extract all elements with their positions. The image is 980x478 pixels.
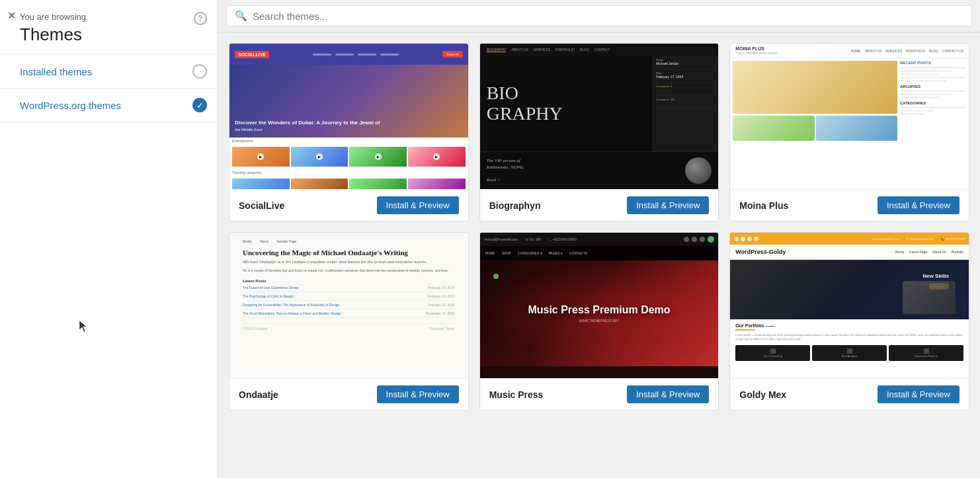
ondaatje-footer: © 2024 Ondaatje Facebook Twitter — [243, 323, 455, 331]
sidebar-item-wordpress-org[interactable]: WordPress.org themes ✓ — [0, 89, 218, 122]
moina-sidebar: RECENT POSTS ARCHIVES CATEGORIES — [900, 61, 966, 141]
bio-main: BIOGRAPHY Name Michael Jordan Born Febru… — [480, 56, 719, 151]
search-bar-container: 🔍 — [218, 0, 980, 32]
goldy-header: WordPress-Goldy Home Canvil Page About U… — [730, 245, 969, 260]
bio-big-text: BIOGRAPHY — [487, 83, 646, 124]
theme-name-moina: Moina Plus — [739, 200, 788, 211]
theme-footer-biographyn: Biographyn Install & Preview — [480, 189, 719, 221]
cursor-indicator — [79, 321, 87, 333]
sidebar: ✕ You are browsing Themes ? Installed th… — [0, 0, 218, 478]
live-indicator — [493, 274, 499, 279]
theme-card-moina: MOINA PLUS This is wordpress.org theme H… — [729, 43, 969, 221]
search-bar: 🔍 — [226, 5, 972, 26]
theme-name-sociallive: SocialLive — [239, 200, 284, 211]
ondaatje-topnav: Books Home Sample Page — [243, 239, 455, 243]
post-row-4: The Art of Minimalism: How to Achieve a … — [243, 311, 455, 318]
bio-nav: BIOGRAPHY ABOUT US SERVICES PORTFOLIO BL… — [480, 44, 719, 56]
moina-header: MOINA PLUS This is wordpress.org theme H… — [730, 44, 969, 58]
wordpress-org-checkbox[interactable]: ✓ — [192, 98, 207, 112]
post-row-2: The Psychology of Color in Design Februa… — [243, 294, 455, 301]
goldy-content: Our Portfolio —— Lorem ipsum is simply d… — [730, 319, 969, 365]
sidebar-item-installed[interactable]: Installed themes — [0, 55, 218, 89]
section-label: Entertainment — [229, 138, 468, 144]
theme-name-ondaatje: Ondaatje — [239, 389, 278, 400]
ondaatje-title: Uncovering the Magic of Michael Ondaatje… — [243, 249, 455, 257]
post-row-3: Designing for Accessibility: The Importa… — [243, 303, 455, 309]
theme-card-musicpress: ✉ email@myemail.com ☏ Str. 388 📞 +912345… — [479, 232, 719, 411]
install-btn-ondaatje[interactable]: Install & Preview — [377, 385, 459, 403]
theme-name-goldy: Goldy Mex — [739, 389, 786, 400]
wordpress-org-label: WordPress.org themes — [20, 100, 121, 111]
bio-right: Name Michael Jordan Born February 17, 19… — [652, 56, 718, 151]
theme-preview-sociallive: SOCIALLIVE Search Discover the — [229, 44, 468, 189]
theme-footer-sociallive: SocialLive Install & Preview — [229, 189, 468, 221]
theme-card-sociallive: SOCIALLIVE Search Discover the — [229, 43, 469, 221]
install-btn-musicpress[interactable]: Install & Preview — [627, 385, 709, 403]
bio-bottom: The VIP person ofKathmandu, NEPALRead > — [480, 151, 719, 189]
search-icon: 🔍 — [235, 10, 247, 22]
theme-preview-goldy: ✉ info@wordpress.com ☏ info@goldymex.com… — [730, 233, 969, 378]
music-nav: HOME SHOP CATEGORIES ▾ PAGES ▾ CONTACTS — [480, 246, 719, 260]
goldy-hero: New Skills ATTEND — [730, 260, 969, 319]
help-icon[interactable]: ? — [194, 12, 207, 25]
trending-grid — [229, 176, 468, 189]
theme-card-biographyn: BIOGRAPHY ABOUT US SERVICES PORTFOLIO BL… — [479, 43, 719, 221]
main-content: 🔍 SOCIALLIVE — [218, 0, 980, 478]
theme-preview-ondaatje: Books Home Sample Page Uncovering the Ma… — [229, 233, 468, 378]
goldy-stats: Free Consulting Best Analysis Successes … — [735, 345, 963, 361]
moina-content: RECENT POSTS ARCHIVES CATEGORIES — [730, 58, 969, 143]
theme-footer-goldy: Goldy Mex Install & Preview — [730, 378, 969, 410]
post-row-1: The Future of User Experience Design Feb… — [243, 286, 455, 292]
installed-themes-radio[interactable] — [192, 64, 207, 79]
ondaatje-subtitle: Michael Ondaatje is a Sri Lankan-Canadia… — [243, 259, 455, 264]
theme-preview-moina: MOINA PLUS This is wordpress.org theme H… — [730, 44, 969, 189]
browsing-label: You are browsing — [20, 12, 204, 22]
hero-section: Discover the Wonders of Dubai: A Journey… — [229, 65, 468, 138]
thumbnails-grid: ▶ ▶ ▶ ▶ — [229, 144, 468, 169]
theme-name-musicpress: Music Press — [489, 389, 544, 400]
sociallive-logo: SOCIALLIVE — [235, 51, 269, 58]
latest-posts-label: Latest Posts — [243, 279, 455, 283]
goldy-topbar: ✉ info@wordpress.com ☏ info@goldymex.com… — [730, 233, 969, 245]
install-btn-sociallive[interactable]: Install & Preview — [377, 196, 459, 214]
install-btn-goldy[interactable]: Install & Preview — [878, 385, 960, 403]
sidebar-header: ✕ You are browsing Themes ? — [0, 0, 218, 55]
search-input[interactable] — [253, 11, 963, 22]
install-btn-biographyn[interactable]: Install & Preview — [627, 196, 709, 214]
install-btn-moina[interactable]: Install & Preview — [878, 196, 960, 214]
nav-dots — [273, 54, 438, 56]
installed-themes-label: Installed themes — [20, 66, 92, 77]
trending-label: Trending categories — [229, 169, 468, 176]
theme-footer-ondaatje: Ondaatje Install & Preview — [229, 378, 468, 410]
music-hero: Music Press Premium Demo WWW.THEMEPRESS.… — [480, 260, 719, 366]
themes-grid: SOCIALLIVE Search Discover the — [218, 32, 980, 478]
theme-name-biographyn: Biographyn — [489, 200, 541, 211]
search-btn: Search — [442, 51, 463, 58]
theme-card-goldy: ✉ info@wordpress.com ☏ info@goldymex.com… — [729, 232, 969, 411]
sidebar-navigation: Installed themes WordPress.org themes ✓ — [0, 55, 218, 122]
theme-preview-musicpress: ✉ email@myemail.com ☏ Str. 388 📞 +912345… — [480, 233, 719, 378]
sidebar-title: Themes — [20, 24, 82, 44]
music-topbar: ✉ email@myemail.com ☏ Str. 388 📞 +912345… — [480, 233, 719, 246]
theme-footer-musicpress: Music Press Install & Preview — [480, 378, 719, 410]
moina-nav: HOME ABOUT US SERVICES PORTFOLIO BLOG CO… — [851, 49, 963, 53]
theme-footer-moina: Moina Plus Install & Preview — [730, 189, 969, 221]
ondaatje-desc: He is a master of blending fact and fict… — [243, 268, 455, 274]
close-icon[interactable]: ✕ — [5, 9, 17, 21]
theme-card-ondaatje: Books Home Sample Page Uncovering the Ma… — [229, 232, 469, 411]
theme-preview-biographyn: BIOGRAPHY ABOUT US SERVICES PORTFOLIO BL… — [480, 44, 719, 189]
